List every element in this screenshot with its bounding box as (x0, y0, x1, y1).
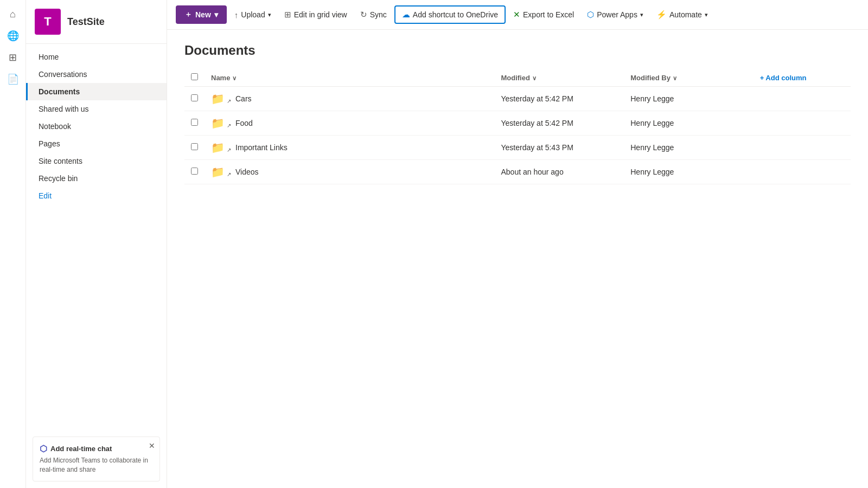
export-button[interactable]: ✕ Export to Excel (508, 6, 579, 23)
add-shortcut-button[interactable]: ☁ Add shortcut to OneDrive (394, 5, 506, 24)
modified-by-cell-3: Henry Legge (624, 160, 753, 184)
automate-icon: ⚡ (656, 10, 667, 20)
grid-rail-icon[interactable]: ⊞ (3, 48, 23, 67)
documents-table: Name ∨ Modified ∨ Modified By ∨ + Add co… (184, 69, 851, 184)
modified-by-cell-1: Henry Legge (624, 111, 753, 136)
main-content: ＋ New ▾ ↑ Upload ▾ ⊞ Edit in grid view ↻… (167, 0, 868, 488)
power-apps-icon: ⬡ (587, 10, 594, 20)
sidebar-item-documents[interactable]: Documents (26, 83, 167, 100)
site-name: TestSite (67, 16, 105, 28)
shortcut-arrow-0: ↗ (227, 98, 231, 104)
excel-icon: ✕ (513, 10, 520, 20)
chat-widget: ✕ ⬡ Add real-time chat Add Microsoft Tea… (33, 436, 160, 481)
folder-icon-0: 📁 (211, 92, 225, 105)
sidebar-item-recycle-bin[interactable]: Recycle bin (26, 170, 167, 187)
sidebar-item-pages[interactable]: Pages (26, 135, 167, 152)
plus-icon: ＋ (184, 10, 192, 20)
shortcut-arrow-1: ↗ (227, 123, 231, 129)
grid-icon: ⊞ (284, 10, 291, 20)
table-row: 📁 ↗ Cars Yesterday at 5:42 PM Henry Legg… (184, 87, 851, 111)
row-checkbox-2[interactable] (191, 143, 198, 150)
modified-by-cell-2: Henry Legge (624, 136, 753, 160)
sync-icon: ↻ (360, 10, 367, 20)
modified-cell-3: About an hour ago (494, 160, 624, 184)
modified-by-cell-0: Henry Legge (624, 87, 753, 111)
new-dropdown-icon: ▾ (214, 10, 218, 19)
site-logo: T (35, 9, 61, 35)
chat-widget-close-button[interactable]: ✕ (149, 441, 155, 450)
chat-widget-description: Add Microsoft Teams to collaborate in re… (40, 456, 153, 474)
add-column-label: + Add column (760, 74, 844, 82)
file-rail-icon[interactable]: 📄 (3, 69, 23, 89)
site-header: T TestSite (26, 0, 167, 44)
modified-cell-0: Yesterday at 5:42 PM (494, 87, 624, 111)
shortcut-arrow-2: ↗ (227, 147, 231, 153)
upload-dropdown-icon: ▾ (268, 11, 271, 18)
page-content: Documents Name ∨ Modified ∨ Modified By … (167, 30, 868, 488)
chat-widget-title: ⬡ Add real-time chat (40, 444, 153, 454)
nav-list: Home Conversations Documents Shared with… (26, 44, 167, 430)
folder-icon-1: 📁 (211, 117, 225, 130)
name-column-header[interactable]: Name ∨ (205, 69, 494, 87)
select-all-checkbox[interactable] (191, 73, 198, 80)
automate-dropdown-icon: ▾ (705, 11, 708, 18)
folder-name-3[interactable]: Videos (235, 168, 259, 176)
folder-name-0[interactable]: Cars (235, 94, 252, 103)
table-row: 📁 ↗ Important Links Yesterday at 5:43 PM… (184, 136, 851, 160)
folder-cell-2: 📁 ↗ Important Links (211, 141, 488, 154)
upload-button[interactable]: ↑ Upload ▾ (229, 7, 277, 23)
globe-rail-icon[interactable]: 🌐 (3, 26, 23, 46)
power-apps-dropdown-icon: ▾ (640, 11, 643, 18)
select-all-checkbox-header[interactable] (184, 69, 205, 87)
teams-icon: ⬡ (40, 444, 47, 454)
automate-button[interactable]: ⚡ Automate ▾ (651, 6, 713, 23)
sidebar: T TestSite Home Conversations Documents … (26, 0, 167, 488)
upload-icon: ↑ (234, 10, 239, 20)
onedrive-icon: ☁ (402, 10, 410, 20)
home-rail-icon[interactable]: ⌂ (3, 4, 23, 24)
modified-cell-2: Yesterday at 5:43 PM (494, 136, 624, 160)
folder-cell-0: 📁 ↗ Cars (211, 92, 488, 105)
sync-button[interactable]: ↻ Sync (355, 6, 392, 23)
new-button[interactable]: ＋ New ▾ (176, 5, 227, 24)
power-apps-button[interactable]: ⬡ Power Apps ▾ (582, 6, 649, 23)
sidebar-item-shared[interactable]: Shared with us (26, 100, 167, 118)
table-row: 📁 ↗ Food Yesterday at 5:42 PM Henry Legg… (184, 111, 851, 136)
add-column-header[interactable]: + Add column (754, 69, 851, 87)
table-row: 📁 ↗ Videos About an hour ago Henry Legge (184, 160, 851, 184)
left-rail: ⌂ 🌐 ⊞ 📄 (0, 0, 26, 488)
page-title: Documents (184, 43, 851, 58)
sidebar-item-conversations[interactable]: Conversations (26, 66, 167, 83)
folder-cell-3: 📁 ↗ Videos (211, 165, 488, 178)
row-checkbox-1[interactable] (191, 119, 198, 126)
row-checkbox-0[interactable] (191, 94, 198, 101)
sidebar-item-home[interactable]: Home (26, 48, 167, 66)
sidebar-item-site-contents[interactable]: Site contents (26, 152, 167, 170)
row-checkbox-3[interactable] (191, 168, 198, 175)
folder-icon-2: 📁 (211, 141, 225, 154)
modified-cell-1: Yesterday at 5:42 PM (494, 111, 624, 136)
sidebar-item-edit[interactable]: Edit (26, 187, 167, 204)
sidebar-item-notebook[interactable]: Notebook (26, 118, 167, 135)
folder-icon-3: 📁 (211, 165, 225, 178)
folder-name-2[interactable]: Important Links (235, 143, 288, 152)
edit-grid-button[interactable]: ⊞ Edit in grid view (279, 6, 353, 23)
modified-by-column-header[interactable]: Modified By ∨ (624, 69, 753, 87)
modified-column-header[interactable]: Modified ∨ (494, 69, 624, 87)
toolbar: ＋ New ▾ ↑ Upload ▾ ⊞ Edit in grid view ↻… (167, 0, 868, 30)
folder-name-1[interactable]: Food (235, 119, 253, 127)
shortcut-arrow-3: ↗ (227, 171, 231, 177)
folder-cell-1: 📁 ↗ Food (211, 117, 488, 130)
